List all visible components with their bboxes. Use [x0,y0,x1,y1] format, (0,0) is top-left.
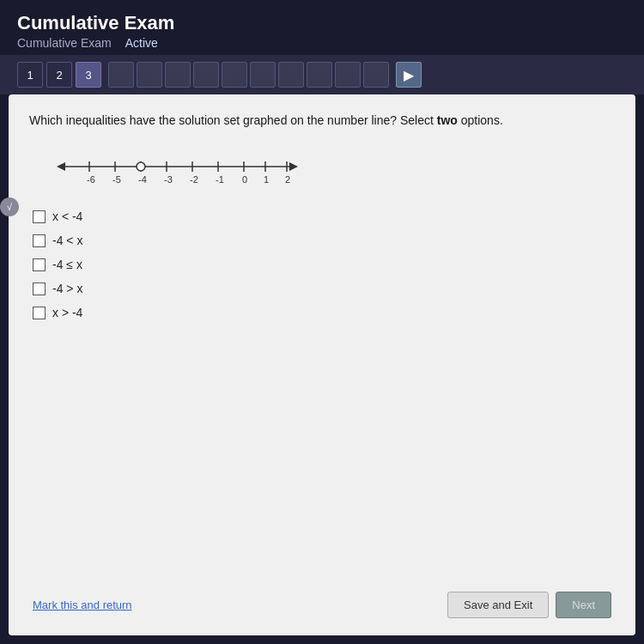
header-subtitle: Cumulative Exam Active [17,36,627,50]
svg-text:-6: -6 [87,174,95,185]
question-text-bold: two [437,113,458,127]
question-text: Which inequalities have the solution set… [29,112,615,130]
option-label-4: -4 > x [52,282,82,295]
number-line-container: -6 -5 -4 -3 -2 -1 0 1 2 [29,145,615,192]
option-label-3: -4 ≤ x [52,258,82,271]
nav-slot [335,62,361,88]
nav-bar: 1 2 3 ▶ [0,55,644,94]
nav-btn-2[interactable]: 2 [46,62,72,88]
option-item-5[interactable]: x > -4 [33,306,615,319]
checkbox-2[interactable] [33,234,46,247]
nav-slot [278,62,304,88]
option-item-2[interactable]: -4 < x [33,234,615,247]
option-item-1[interactable]: x < -4 [33,210,615,223]
option-label-1: x < -4 [52,210,82,223]
checkbox-1[interactable] [33,210,46,223]
svg-point-8 [137,162,145,171]
nav-next-arrow[interactable]: ▶ [396,62,422,88]
option-item-4[interactable]: -4 > x [33,282,615,295]
svg-text:-1: -1 [216,174,224,185]
svg-text:2: 2 [285,174,290,185]
number-line-svg: -6 -5 -4 -3 -2 -1 0 1 2 [38,145,313,192]
option-label-2: -4 < x [52,234,82,247]
nav-slot [222,62,247,88]
checkbox-3[interactable] [33,258,46,271]
nav-slots [108,62,389,88]
question-text-part1: Which inequalities have the solution set… [29,113,437,127]
header: Cumulative Exam Cumulative Exam Active [0,0,644,55]
checkbox-5[interactable] [33,307,46,319]
question-text-end: options. [458,113,503,127]
footer-buttons: Save and Exit Next [447,592,611,618]
options-list: x < -4 -4 < x -4 ≤ x -4 > x x > -4 [33,210,615,319]
svg-text:-3: -3 [164,174,173,185]
nav-slot [108,62,134,88]
nav-slot [250,62,276,88]
save-exit-button[interactable]: Save and Exit [447,592,549,618]
nav-slot [137,62,162,88]
nav-slot [193,62,219,88]
nav-slot [307,62,332,88]
checkbox-4[interactable] [33,283,46,295]
exam-label: Cumulative Exam [17,36,112,50]
svg-text:0: 0 [242,174,247,185]
page-title: Cumulative Exam [17,12,627,34]
left-sidebar-icon: √ [0,197,19,216]
next-button[interactable]: Next [556,592,611,618]
footer: Mark this and return Save and Exit Next [29,583,615,618]
svg-text:1: 1 [264,174,269,185]
nav-btn-1[interactable]: 1 [17,62,43,88]
svg-marker-1 [57,162,65,171]
nav-slot [363,62,389,88]
option-item-3[interactable]: -4 ≤ x [33,258,615,271]
content-area: √ Which inequalities have the solution s… [9,94,635,635]
svg-text:-2: -2 [190,174,198,185]
nav-slot [165,62,191,88]
option-label-5: x > -4 [52,306,82,319]
nav-btn-3[interactable]: 3 [76,62,101,88]
active-badge: Active [125,36,158,50]
svg-text:-4: -4 [138,174,147,185]
mark-return-link[interactable]: Mark this and return [33,598,132,611]
svg-marker-2 [289,162,298,171]
svg-text:-5: -5 [112,174,121,185]
